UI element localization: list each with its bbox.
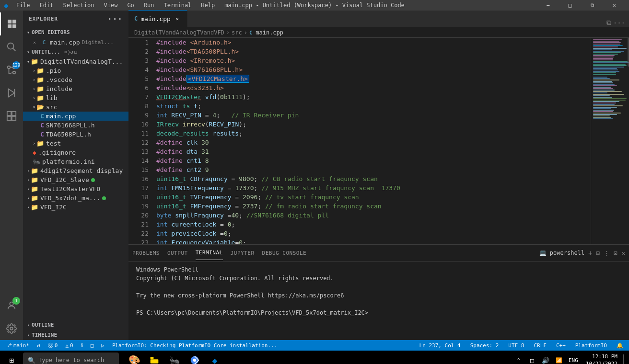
status-sync[interactable]: ↺ [35, 342, 42, 349]
sidebar-more-button[interactable]: ··· [107, 14, 123, 23]
tree-item-vscode[interactable]: › 📁 .vscode [23, 75, 128, 84]
tree-item-main-cpp[interactable]: C main.cpp [23, 112, 128, 121]
menu-edit[interactable]: Edit [36, 1, 58, 10]
new-file-icon[interactable]: ⌫ [64, 49, 67, 55]
file-label[interactable]: main.cpp [46, 113, 76, 120]
code-content[interactable]: #include <Arduino.h> #include<TDA6508PLL… [152, 38, 591, 244]
tray-display-icon[interactable]: □ [526, 354, 538, 364]
activity-extensions[interactable] [0, 104, 23, 127]
tab-close-button[interactable]: ✕ [174, 15, 181, 23]
timeline-section[interactable]: › TIMELINE [23, 330, 128, 340]
menu-view[interactable]: View [100, 1, 121, 10]
tree-item-test[interactable]: › 📁 test [23, 139, 128, 148]
folder-label[interactable]: 4digit7segment display [40, 167, 123, 174]
tree-root-folder[interactable]: ▾ 📁 DigitalTVandAnalogT... [23, 57, 128, 66]
activity-source-control[interactable]: 129 [0, 58, 23, 81]
tab-jupyter[interactable]: JUPYTER [231, 246, 255, 260]
tree-item-include[interactable]: › 📁 include [23, 84, 128, 93]
maximize-button[interactable]: □ [559, 0, 581, 11]
folder-label[interactable]: VFD_5x7dot_ma... [40, 194, 100, 202]
split-editor-icon[interactable]: ⧉ [606, 19, 611, 27]
tab-terminal[interactable]: TERMINAL [196, 246, 223, 260]
taskbar-app-paint[interactable]: 🎨 [125, 351, 144, 364]
status-language[interactable]: C++ [554, 342, 568, 349]
folder-label[interactable]: include [46, 85, 72, 92]
menu-selection[interactable]: Selection [59, 1, 98, 10]
folder-label[interactable]: VFD_I2C [40, 204, 67, 211]
close-icon[interactable]: ✕ [31, 38, 38, 46]
tree-item-tda-h[interactable]: C TDA6508PLL.h [23, 130, 128, 139]
tray-volume-icon[interactable]: 🔊 [540, 354, 551, 364]
new-terminal-icon[interactable]: + [588, 249, 592, 257]
taskbar-app-vscode[interactable]: ◆ [205, 351, 224, 364]
menu-go[interactable]: Go [123, 1, 138, 10]
breadcrumb-part-2[interactable]: src [232, 29, 242, 36]
tree-item-test-i2c[interactable]: › 📁 TestI2CMasterVFD [23, 184, 128, 193]
menu-file[interactable]: File [12, 1, 34, 10]
status-warnings[interactable]: △ 0 [63, 342, 75, 349]
tree-item-platformio[interactable]: 🐜 platformio.ini [23, 157, 128, 166]
breadcrumb-part-1[interactable]: DigitalTVandAnalogTVandVFD [134, 29, 224, 36]
folder-label[interactable]: TestI2CMasterVFD [40, 185, 100, 193]
taskbar-app-file-explorer[interactable] [145, 351, 164, 364]
refresh-icon[interactable]: ↺ [70, 49, 73, 55]
activity-explorer[interactable] [0, 12, 23, 35]
minimize-button[interactable]: − [537, 0, 559, 11]
status-debug[interactable]: ▷ [99, 342, 106, 349]
terminal-more-icon[interactable]: ⋮ [604, 250, 610, 257]
tree-item-src[interactable]: ▾ 📂 src [23, 102, 128, 112]
activity-accounts[interactable]: 1 [0, 294, 23, 317]
panel-expand-icon[interactable]: ⊡ [614, 250, 617, 257]
more-actions-icon[interactable]: ··· [613, 19, 625, 27]
open-editors-section[interactable]: ▾ OPEN EDITORS [23, 27, 128, 37]
folder-label[interactable]: .vscode [46, 76, 72, 83]
tree-item-4digit[interactable]: › 📁 4digit7segment display [23, 166, 128, 175]
menu-terminal[interactable]: Terminal [160, 1, 196, 10]
taskbar-app-platformio[interactable]: 🐜 [165, 351, 184, 364]
collapse-icon[interactable]: ⊟ [74, 49, 77, 55]
status-info-count[interactable]: ℹ [79, 342, 85, 349]
tree-item-sn-h[interactable]: C SN761668PLL.h [23, 121, 128, 130]
folder-label[interactable]: VFD_I2C_Slave [40, 176, 89, 183]
tray-network-icon[interactable]: 📶 [553, 354, 565, 364]
status-platform[interactable]: PlatformIO [573, 342, 609, 349]
folder-label[interactable]: test [46, 140, 61, 147]
new-folder-icon[interactable]: 〉 [68, 49, 70, 55]
taskbar-app-chrome[interactable] [185, 351, 204, 364]
tree-item-lib[interactable]: › 📁 lib [23, 93, 128, 102]
folder-label[interactable]: lib [46, 94, 57, 102]
panel-close-icon[interactable]: ✕ [621, 250, 625, 257]
status-platformio-message[interactable]: PlatformIO: Checking PlatformIO Core ins… [110, 342, 279, 349]
tray-chevron[interactable]: ^ [513, 354, 524, 364]
file-label[interactable]: platformio.ini [42, 158, 95, 165]
tab-output[interactable]: OUTPUT [167, 246, 188, 260]
outline-section[interactable]: › OUTLINE [23, 320, 128, 330]
tab-debug-console[interactable]: DEBUG CONSOLE [262, 246, 307, 260]
tree-item-pio[interactable]: › 📁 .pio [23, 66, 128, 75]
status-errors[interactable]: ⓪ 0 [46, 342, 60, 349]
open-editor-close[interactable]: ✕ C main.cpp Digital... [23, 37, 128, 47]
activity-search[interactable] [0, 35, 23, 58]
open-editor-filename[interactable]: main.cpp [50, 39, 80, 46]
taskbar-search[interactable]: 🔍 Type here to search [23, 353, 119, 364]
close-button[interactable]: ✕ [603, 0, 625, 11]
menu-run[interactable]: Run [140, 1, 158, 10]
system-clock[interactable]: 12:18 PM 10/21/2022 [582, 353, 621, 364]
tree-item-vfd-slave[interactable]: › 📁 VFD_I2C_Slave [23, 175, 128, 184]
root-folder-label[interactable]: DigitalTVandAnalogT... [40, 58, 123, 65]
tree-item-gitignore[interactable]: ◆ .gitignore [23, 148, 128, 157]
file-label[interactable]: .gitignore [38, 149, 76, 156]
status-ln-col[interactable]: Ln 237, Col 4 [418, 342, 463, 349]
tree-item-vfd-i2c[interactable]: › 📁 VFD_I2C [23, 203, 128, 212]
file-label[interactable]: TDA6508PLL.h [46, 131, 91, 138]
restore-button[interactable]: ⧉ [581, 0, 603, 11]
show-desktop-button[interactable] [623, 354, 627, 364]
folder-label[interactable]: src [46, 103, 57, 111]
status-encoding[interactable]: UTF-8 [506, 342, 526, 349]
status-spaces[interactable]: Spaces: 2 [468, 342, 501, 349]
tray-language[interactable]: ENG [567, 357, 580, 364]
status-branch[interactable]: ⎇ main* [4, 342, 31, 349]
status-notifications[interactable]: 🔔 [615, 342, 625, 349]
terminal-content[interactable]: Windows PowerShell Copyright (C) Microso… [128, 262, 629, 340]
file-label[interactable]: SN761668PLL.h [46, 122, 95, 129]
